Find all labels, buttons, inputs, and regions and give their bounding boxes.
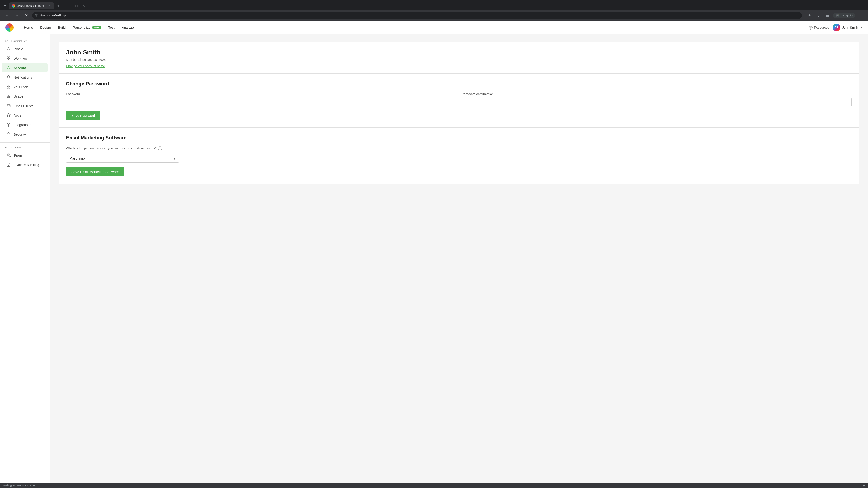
download-icon[interactable]: ⇓	[815, 12, 822, 19]
incognito-button[interactable]: 🎮 Incognito	[833, 13, 855, 18]
svg-rect-8	[7, 87, 8, 88]
usage-icon	[6, 94, 11, 98]
incognito-label: Incognito	[841, 14, 852, 17]
sidebar-item-profile[interactable]: Profile	[2, 44, 48, 53]
svg-rect-9	[9, 87, 10, 88]
user-menu[interactable]: JS John Smith ▼	[833, 24, 863, 31]
main-layout: YOUR ACCOUNT Profile Workflow Account No…	[0, 34, 868, 488]
nav-design-label: Design	[40, 26, 51, 29]
email-marketing-section: Email Marketing Software Which is the pr…	[59, 128, 859, 184]
notifications-icon	[6, 75, 11, 79]
nav-item-test[interactable]: Test	[105, 24, 118, 31]
integrations-icon	[6, 123, 11, 127]
tab-title: John Smith > Litmus	[17, 4, 44, 8]
save-email-marketing-button[interactable]: Save Email Marketing Software	[66, 167, 124, 176]
address-bar: ← → ✕ ⓘ litmus.com/settings ★ ⇓ ☰ 🎮 Inco…	[0, 10, 868, 21]
info-icon: ⓘ	[809, 26, 813, 30]
main-nav: Home Design Build Personalize New Test A…	[21, 24, 801, 31]
sidebar-item-apps[interactable]: Apps	[2, 111, 48, 120]
svg-point-0	[8, 47, 9, 49]
svg-rect-6	[7, 85, 8, 86]
team-icon	[6, 153, 11, 158]
nav-home-label: Home	[24, 26, 33, 29]
sidebar-section-team: YOUR TEAM	[0, 146, 50, 151]
sidebar-item-team[interactable]: Team	[2, 151, 48, 160]
nav-item-design[interactable]: Design	[37, 24, 54, 31]
change-account-link[interactable]: Change your account name	[66, 64, 105, 68]
sidebar-label-notifications: Notifications	[13, 75, 32, 79]
profile-icon	[6, 46, 11, 51]
password-confirm-input[interactable]	[462, 98, 852, 106]
nav-item-personalize[interactable]: Personalize New	[70, 24, 104, 31]
sidebar: YOUR ACCOUNT Profile Workflow Account No…	[0, 34, 50, 488]
help-icon[interactable]: ?	[158, 146, 162, 150]
provider-select-wrapper: Mailchimp Constant Contact HubSpot Klavi…	[66, 154, 179, 163]
svg-rect-7	[9, 85, 10, 86]
close-button[interactable]: ✕	[81, 3, 87, 9]
nav-item-build[interactable]: Build	[55, 24, 69, 31]
invoices-icon	[6, 162, 11, 167]
sidebar-label-team: Team	[13, 153, 22, 157]
user-menu-chevron-icon: ▼	[860, 26, 863, 29]
password-field-group: Password	[66, 92, 456, 106]
change-password-title: Change Password	[66, 81, 852, 87]
nav-item-analyze[interactable]: Analyze	[119, 24, 137, 31]
url-input[interactable]: ⓘ litmus.com/settings	[32, 12, 802, 19]
password-form-row: Password Password confirmation	[66, 92, 852, 106]
svg-point-16	[7, 154, 9, 155]
sidebar-toggle-icon[interactable]: ☰	[824, 12, 831, 19]
app-header: Home Design Build Personalize New Test A…	[0, 21, 868, 34]
header-right: ⓘ Resources JS John Smith ▼	[809, 24, 863, 31]
tab-bar: ▼ John Smith > Litmus ✕ + — □ ✕	[0, 0, 868, 10]
sidebar-item-integrations[interactable]: Integrations	[2, 120, 48, 129]
nav-analyze-label: Analyze	[122, 26, 134, 29]
menu-icon[interactable]: ⋮	[857, 12, 864, 19]
bookmark-icon[interactable]: ★	[806, 12, 813, 19]
content-area: John Smith Member since Dec 18, 2023 Cha…	[50, 34, 868, 488]
provider-description: Which is the primary provider you use to…	[66, 146, 852, 150]
sidebar-label-profile: Profile	[13, 47, 23, 51]
svg-rect-3	[7, 59, 8, 60]
sidebar-item-your-plan[interactable]: Your Plan	[2, 82, 48, 91]
svg-rect-15	[7, 134, 10, 136]
sidebar-item-workflow[interactable]: Workflow	[2, 54, 48, 63]
personalize-badge: New	[92, 26, 101, 29]
minimize-button[interactable]: —	[66, 3, 72, 9]
sidebar-item-notifications[interactable]: Notifications	[2, 73, 48, 82]
sidebar-label-apps: Apps	[13, 113, 21, 117]
sidebar-label-email-clients: Email Clients	[13, 104, 33, 108]
sidebar-item-account[interactable]: Account	[2, 63, 48, 72]
workflow-icon	[6, 56, 11, 61]
nav-personalize-label: Personalize	[73, 26, 90, 29]
avatar: JS	[833, 24, 840, 31]
password-input[interactable]	[66, 98, 456, 106]
browser-toolbar: ★ ⇓ ☰ 🎮 Incognito ⋮	[806, 12, 864, 19]
reload-button[interactable]: ✕	[23, 12, 30, 19]
save-password-button[interactable]: Save Password	[66, 111, 100, 120]
sidebar-item-security[interactable]: Security	[2, 130, 48, 139]
tab-list-icon[interactable]: ▼	[2, 3, 8, 9]
nav-item-home[interactable]: Home	[21, 24, 36, 31]
browser-chrome: ▼ John Smith > Litmus ✕ + — □ ✕ ← → ✕ ⓘ …	[0, 0, 868, 21]
back-button[interactable]: ←	[4, 12, 11, 19]
url-security-icon: ⓘ	[35, 13, 38, 18]
tab-close-button[interactable]: ✕	[48, 4, 52, 8]
forward-button[interactable]: →	[13, 12, 20, 19]
sidebar-label-your-plan: Your Plan	[13, 85, 28, 89]
sidebar-item-usage[interactable]: Usage	[2, 92, 48, 101]
sidebar-item-invoices[interactable]: Invoices & Billing	[2, 160, 48, 169]
password-confirm-label: Password confirmation	[462, 92, 852, 96]
member-since-text: Member since Dec 18, 2023	[66, 58, 852, 61]
maximize-button[interactable]: □	[73, 3, 80, 9]
profile-header-card: John Smith Member since Dec 18, 2023 Cha…	[59, 41, 859, 73]
resources-button[interactable]: ⓘ Resources	[809, 26, 829, 30]
tab-favicon	[12, 4, 16, 8]
active-tab[interactable]: John Smith > Litmus ✕	[9, 2, 54, 9]
svg-marker-13	[7, 113, 10, 116]
app-logo[interactable]	[5, 24, 13, 32]
sidebar-item-email-clients[interactable]: Email Clients	[2, 101, 48, 110]
new-tab-button[interactable]: +	[55, 3, 61, 9]
svg-marker-14	[7, 123, 10, 125]
provider-select[interactable]: Mailchimp Constant Contact HubSpot Klavi…	[66, 154, 179, 163]
user-name-header: John Smith	[842, 26, 858, 29]
